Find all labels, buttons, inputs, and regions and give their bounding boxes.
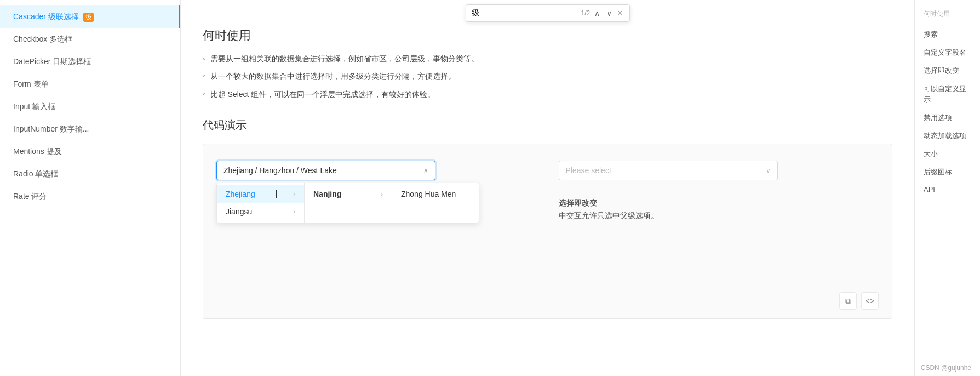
use-case-list: 需要从一组相关联的数据集合进行选择，例如省市区，公司层级，事物分类等。 从一个较… [203,53,892,100]
sidebar-item-radio[interactable]: Radio 单选框 [0,163,180,185]
search-prev-button[interactable]: ∧ [592,8,602,19]
watermark: CSDN @gujunhe [921,364,971,372]
left-sidebar: Cascader 级联选择 级 Checkbox 多选框 DatePicker … [0,0,181,376]
main-content: 1/2 ∧ ∨ × 何时使用 需要从一组相关联的数据集合进行选择，例如省市区，公… [181,0,914,376]
right-sidebar-item-custom-field[interactable]: 自定义字段名 [924,44,971,62]
sidebar-item-label: InputNumber 数字输... [13,124,89,133]
cascader-1-container: Zhejiang / Hangzhou / West Lake ∧ Zhejia… [216,161,537,302]
cascader-panel-1: Zhejiang › Jiangsu › [217,183,305,223]
sidebar-item-inputnumber[interactable]: InputNumber 数字输... [0,118,180,140]
right-sidebar: 何时使用 搜索 自定义字段名 选择即改变 可以自定义显示 禁用选项 动态加载选项… [914,0,980,376]
cascader-item-zhong-hua-men[interactable]: Zhong Hua Men [392,185,480,203]
sidebar-item-label: Radio 单选框 [13,169,58,178]
sidebar-item-input[interactable]: Input 输入框 [0,95,180,118]
chevron-right-icon-2: › [293,208,295,215]
copy-icon: ⧉ [845,297,851,306]
sidebar-item-rate[interactable]: Rate 评分 [0,185,180,208]
sidebar-item-label: Checkbox 多选框 [13,35,72,43]
cascader-1-input[interactable]: Zhejiang / Hangzhou / West Lake ∧ [216,161,435,180]
cascader-2-input[interactable]: Please select ∨ [559,161,778,180]
right-sidebar-label: 何时使用 [924,5,971,22]
text-cursor [272,190,277,198]
demo-title: 代码演示 [203,118,892,133]
sidebar-item-mentions[interactable]: Mentions 提及 [0,140,180,163]
cascader-1-value: Zhejiang / Hangzhou / West Lake [223,166,337,175]
search-count: 1/2 [581,9,590,17]
chevron-right-icon-3: › [381,190,383,198]
cascader-badge: 级 [83,13,94,22]
right-sidebar-item-custom-display[interactable]: 可以自定义显示 [924,80,971,110]
sidebar-item-label: Cascader 级联选择 [13,12,79,21]
sidebar-item-cascader[interactable]: Cascader 级联选择 级 [0,5,180,28]
right-sidebar-item-suffix-icon[interactable]: 后缀图标 [924,163,971,181]
cascader-item-jiangsu[interactable]: Jiangsu › [217,203,304,220]
cascader-1-dropdown: Zhejiang › Jiangsu › Nanjing › [216,183,479,223]
right-sidebar-item-dynamic[interactable]: 动态加载选项 [924,127,971,145]
sidebar-item-checkbox[interactable]: Checkbox 多选框 [0,28,180,50]
change-note-title: 选择即改变 [559,198,597,207]
sidebar-item-datepicker[interactable]: DatePicker 日期选择框 [0,50,180,73]
cascader-item-zhejiang[interactable]: Zhejiang › [217,185,304,203]
cascader-item-nanjing[interactable]: Nanjing › [305,185,392,203]
cascader-2-arrow-icon: ∨ [766,167,771,174]
sidebar-item-label: DatePicker 日期选择框 [13,57,91,66]
change-note: 选择即改变 中交互允许只选中父级选项。 [559,197,879,221]
cascader-up-arrow-icon: ∧ [423,167,428,174]
action-buttons: ⧉ <> [839,292,879,310]
sidebar-item-label: Mentions 提及 [13,147,62,156]
right-sidebar-item-size[interactable]: 大小 [924,145,971,163]
cascader-panel-3: Zhong Hua Men [392,183,480,223]
use-case-item-2: 从一个较大的数据集合中进行选择时，用多级分类进行分隔，方便选择。 [203,70,892,82]
sidebar-item-form[interactable]: Form 表单 [0,73,180,95]
change-note-desc: 中交互允许只选中父级选项。 [559,211,658,220]
right-sidebar-item-change[interactable]: 选择即改变 [924,62,971,80]
copy-button[interactable]: ⧉ [839,292,857,310]
search-input[interactable] [472,9,581,18]
sidebar-item-label: Form 表单 [13,79,49,88]
cascader-panel-2: Nanjing › [305,183,392,223]
cascader-2-placeholder: Please select [566,166,611,175]
demo-area: Zhejiang / Hangzhou / West Lake ∧ Zhejia… [203,144,892,319]
chevron-right-icon: › [293,190,295,198]
code-icon: <> [866,297,874,305]
right-sidebar-item-search[interactable]: 搜索 [924,26,971,44]
use-case-item-3: 比起 Select 组件，可以在同一个浮层中完成选择，有较好的体验。 [203,88,892,100]
sidebar-item-label: Input 输入框 [13,102,55,111]
search-next-button[interactable]: ∨ [604,8,614,19]
when-to-use-title: 何时使用 [203,27,892,44]
search-nav: 1/2 ∧ ∨ × [581,7,623,19]
search-bar[interactable]: 1/2 ∧ ∨ × [466,4,630,22]
search-close-button[interactable]: × [616,7,623,19]
demo-right: Please select ∨ 选择即改变 中交互允许只选中父级选项。 [559,161,879,302]
right-sidebar-item-api[interactable]: API [924,181,971,199]
sidebar-item-label: Rate 评分 [13,192,47,201]
right-sidebar-item-disabled[interactable]: 禁用选项 [924,109,971,127]
code-button[interactable]: <> [861,292,879,310]
use-case-item-1: 需要从一组相关联的数据集合进行选择，例如省市区，公司层级，事物分类等。 [203,53,892,65]
